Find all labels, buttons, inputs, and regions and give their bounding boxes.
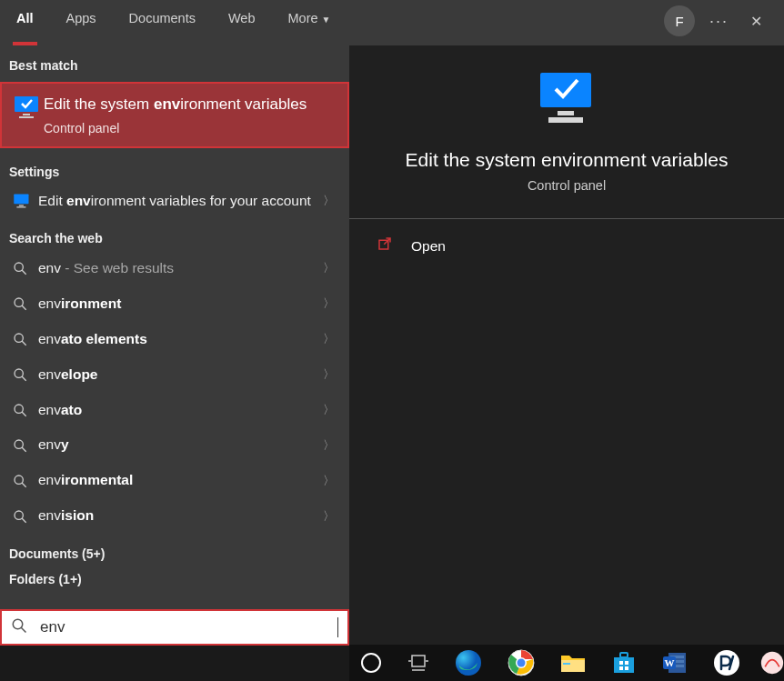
chevron-right-icon[interactable]: 〉: [317, 402, 340, 418]
detail-title: Edit the system environment variables: [406, 149, 729, 171]
more-options-icon[interactable]: ···: [709, 12, 729, 31]
svg-point-8: [15, 298, 23, 306]
chevron-right-icon[interactable]: 〉: [317, 193, 340, 209]
svg-rect-2: [19, 116, 34, 118]
settings-item-env-user[interactable]: Edit environment variables for your acco…: [0, 185, 349, 218]
svg-rect-37: [561, 660, 585, 672]
svg-text:W: W: [665, 657, 675, 668]
web-result-env[interactable]: env - See web results 〉: [0, 251, 349, 286]
task-view-icon[interactable]: [407, 649, 429, 676]
svg-line-19: [22, 483, 26, 487]
edge-icon[interactable]: [455, 649, 482, 676]
svg-rect-3: [14, 195, 28, 205]
svg-line-15: [22, 412, 26, 416]
svg-point-12: [15, 369, 23, 377]
svg-rect-1: [23, 114, 30, 115]
documents-header[interactable]: Documents (5+): [0, 534, 349, 566]
svg-point-26: [13, 619, 23, 629]
web-result-envy[interactable]: envy 〉: [0, 427, 349, 463]
taskbar: W: [349, 645, 784, 681]
tab-label: More: [288, 11, 318, 25]
svg-point-6: [15, 263, 23, 271]
search-box[interactable]: [0, 609, 349, 646]
detail-pane: Edit the system environment variables Co…: [349, 45, 784, 646]
results-pane: Best match Edit the system environment v…: [0, 45, 349, 646]
search-tabs-bar: All Apps Documents Web More▼ F ··· ✕: [0, 0, 784, 45]
web-result-label: envato: [38, 401, 317, 420]
web-result-label: env - See web results: [38, 259, 317, 278]
chevron-right-icon[interactable]: 〉: [317, 437, 340, 454]
svg-line-7: [22, 270, 26, 275]
detail-subtitle: Control panel: [528, 178, 606, 193]
system-settings-icon: [11, 95, 44, 120]
svg-rect-23: [558, 111, 574, 115]
web-result-label: envato elements: [38, 330, 317, 349]
app-icon[interactable]: [713, 649, 740, 676]
search-icon: [9, 438, 38, 453]
app-icon-2[interactable]: [760, 649, 784, 676]
folders-header[interactable]: Folders (1+): [0, 566, 349, 592]
svg-point-18: [15, 476, 23, 484]
chevron-right-icon[interactable]: 〉: [317, 508, 340, 525]
search-icon: [9, 509, 38, 524]
web-result-envelope[interactable]: envelope 〉: [0, 357, 349, 393]
user-avatar[interactable]: F: [664, 5, 695, 36]
word-icon[interactable]: W: [662, 649, 688, 676]
tab-label: All: [16, 11, 34, 25]
microsoft-store-icon[interactable]: [611, 649, 637, 676]
web-result-envato-elements[interactable]: envato elements 〉: [0, 322, 349, 357]
svg-rect-42: [619, 666, 623, 670]
search-input[interactable]: [40, 618, 339, 636]
web-result-envision[interactable]: envision 〉: [0, 498, 349, 534]
tabs-container: All Apps Documents Web More▼: [0, 0, 664, 45]
tab-apps[interactable]: Apps: [50, 0, 113, 45]
svg-point-20: [15, 511, 23, 519]
chevron-right-icon[interactable]: 〉: [317, 331, 340, 347]
settings-item-label: Edit environment variables for your acco…: [38, 192, 317, 211]
search-web-header: Search the web: [0, 218, 349, 251]
svg-line-27: [21, 627, 25, 632]
web-result-environment[interactable]: environment 〉: [0, 286, 349, 322]
close-icon[interactable]: ✕: [743, 13, 769, 30]
top-icons: F ··· ✕: [664, 0, 775, 36]
best-match-text: Edit the system environment variables Co…: [44, 95, 307, 135]
open-icon: [377, 235, 393, 256]
web-result-label: environment: [38, 295, 317, 314]
svg-rect-4: [19, 205, 24, 206]
avatar-initial: F: [675, 14, 683, 29]
svg-line-13: [22, 376, 26, 381]
chevron-right-icon[interactable]: 〉: [317, 473, 340, 489]
best-match-header: Best match: [0, 45, 349, 78]
chrome-icon[interactable]: [508, 649, 535, 676]
tab-label: Documents: [129, 11, 196, 25]
search-icon: [11, 617, 27, 637]
tab-all[interactable]: All: [0, 0, 50, 45]
cortana-icon[interactable]: [360, 649, 382, 676]
best-match-result[interactable]: Edit the system environment variables Co…: [0, 82, 349, 148]
tab-label: Web: [228, 11, 256, 25]
chevron-right-icon[interactable]: 〉: [317, 260, 340, 276]
chevron-right-icon[interactable]: 〉: [317, 295, 340, 312]
search-icon: [9, 474, 38, 488]
search-icon: [9, 332, 38, 346]
tab-more[interactable]: More▼: [272, 0, 347, 45]
file-explorer-icon[interactable]: [560, 649, 586, 676]
svg-point-52: [761, 652, 783, 674]
svg-point-14: [15, 405, 23, 413]
svg-rect-5: [16, 207, 25, 208]
web-result-envato[interactable]: envato 〉: [0, 393, 349, 428]
svg-rect-41: [625, 661, 628, 665]
search-icon: [9, 261, 38, 275]
open-action[interactable]: Open: [349, 219, 784, 273]
open-label: Open: [411, 238, 446, 255]
svg-rect-0: [15, 96, 38, 112]
tab-documents[interactable]: Documents: [113, 0, 212, 45]
best-match-subtitle: Control panel: [44, 121, 307, 135]
tab-web[interactable]: Web: [212, 0, 272, 45]
web-result-environmental[interactable]: environmental 〉: [0, 463, 349, 498]
chevron-right-icon[interactable]: 〉: [317, 366, 340, 383]
settings-header: Settings: [0, 152, 349, 185]
svg-line-17: [22, 447, 26, 452]
svg-point-16: [15, 440, 23, 448]
svg-point-10: [15, 334, 23, 342]
